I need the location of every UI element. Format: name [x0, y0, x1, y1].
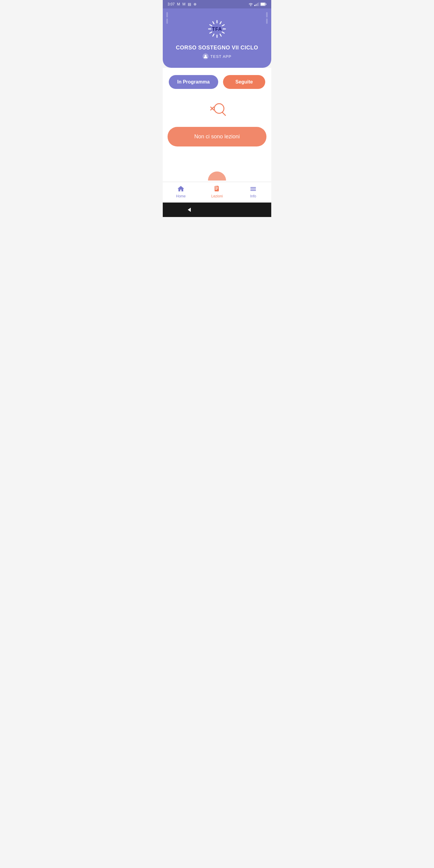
svg-line-17	[210, 25, 212, 26]
battery-icon	[260, 2, 267, 6]
in-programma-button[interactable]: In Programma	[169, 75, 218, 89]
info-icon	[249, 185, 257, 193]
svg-line-11	[222, 32, 224, 33]
nav-item-info[interactable]: Info	[244, 185, 262, 198]
no-results-icon	[207, 98, 227, 120]
logo: TFA	[205, 16, 229, 40]
svg-rect-3	[258, 2, 259, 6]
user-label: TEST APP	[210, 54, 231, 59]
seguite-button[interactable]: Seguite	[223, 75, 265, 89]
svg-rect-27	[215, 188, 218, 188]
status-icon-m1: M	[177, 2, 180, 6]
status-right	[248, 2, 267, 6]
main-content: In Programma Seguite Non ci sono lezioni	[163, 68, 271, 163]
nav-label-home: Home	[176, 194, 186, 198]
nav-label-lezioni: Lezioni	[211, 194, 223, 198]
svg-line-15	[210, 32, 212, 33]
status-time: 3:07	[167, 2, 175, 6]
svg-line-8	[220, 22, 221, 24]
nav-label-info: Info	[250, 194, 256, 198]
svg-rect-28	[215, 189, 217, 190]
signal-icon	[254, 2, 259, 6]
empty-state: Non ci sono lezioni	[167, 98, 267, 147]
svg-text:TFA: TFA	[212, 27, 222, 32]
nav-item-home[interactable]: Home	[172, 185, 190, 198]
fab-hint	[163, 173, 271, 182]
status-icon-sim: ▤	[188, 2, 191, 6]
svg-line-9	[222, 25, 224, 26]
svg-rect-6	[266, 4, 267, 5]
svg-rect-0	[254, 5, 255, 6]
svg-marker-32	[188, 208, 191, 212]
svg-rect-2	[257, 3, 258, 6]
svg-line-12	[220, 34, 221, 36]
recents-button[interactable]	[241, 206, 249, 213]
home-icon	[177, 185, 185, 193]
svg-point-23	[214, 104, 224, 113]
course-title: CORSO SOSTEGNO VII CICLO	[176, 44, 258, 51]
lezioni-icon	[213, 185, 221, 193]
wifi-icon	[248, 2, 253, 6]
svg-line-24	[222, 113, 225, 116]
status-bar: 3:07 M M ▤ ⊗	[163, 0, 271, 8]
svg-line-14	[213, 34, 214, 36]
back-button[interactable]	[185, 206, 193, 213]
status-icon-m2: M	[182, 2, 185, 6]
user-avatar-icon	[203, 53, 209, 59]
svg-line-18	[213, 22, 214, 24]
user-info: TEST APP	[203, 53, 231, 59]
no-lessons-button: Non ci sono lezioni	[167, 127, 267, 147]
status-left: 3:07 M M ▤ ⊗	[167, 2, 196, 6]
svg-rect-1	[256, 4, 257, 6]
tfa-logo-icon: TFA	[205, 16, 229, 40]
home-button[interactable]	[213, 206, 221, 213]
svg-rect-5	[261, 3, 265, 5]
nav-item-lezioni[interactable]: Lezioni	[208, 185, 226, 198]
app-header: TFA CORSO SOSTEGNO VII CICLO TEST APP	[163, 8, 271, 68]
android-nav-bar	[163, 203, 271, 217]
bottom-nav: Home Lezioni Info	[163, 182, 271, 203]
filter-row: In Programma Seguite	[167, 75, 267, 89]
status-icon-s: ⊗	[193, 2, 196, 6]
